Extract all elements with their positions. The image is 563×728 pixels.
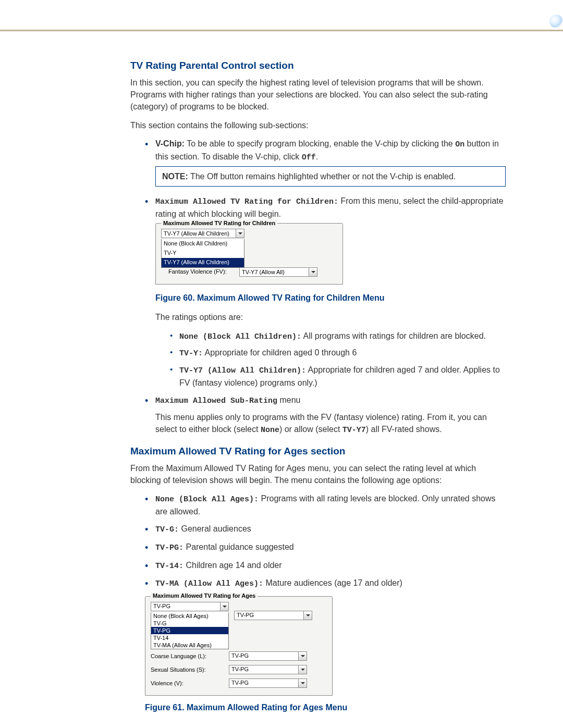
ages-b4-text: Children age 14 and older [183, 561, 282, 570]
figure-60-legend: Maximum Allowed TV Rating for Children [161, 219, 277, 228]
dropdown-arrow-icon[interactable] [309, 268, 317, 276]
page-top-rule [0, 0, 563, 31]
ages-b4-label: TV-14: [155, 562, 183, 571]
code-off: Off [302, 153, 316, 162]
ratings-options-list: None (Block All Children): All programs … [155, 330, 506, 389]
ages-b3: TV-PG: Parental guidance suggested [145, 541, 506, 554]
max-subrating-suffix: menu [277, 396, 300, 404]
dropdown-arrow-icon[interactable] [298, 652, 307, 660]
ages-b1: None (Block All Ages): Programs with all… [145, 492, 506, 517]
vchip-label: V-Chip: [155, 139, 185, 148]
ages-b3-label: TV-PG: [155, 544, 183, 552]
figure-60: Maximum Allowed TV Rating for Children T… [155, 223, 343, 285]
list-item[interactable]: None (Block All Children) [162, 239, 244, 249]
vchip-period: . [316, 152, 318, 161]
row-label: Sexual Situations (S): [151, 667, 224, 673]
figure-61-legend: Maximum Allowed TV Rating for Ages [151, 593, 258, 599]
children-rating-listbox[interactable]: None (Block All Children) TV-Y TV-Y7 (Al… [161, 239, 244, 268]
ages-b2-text: General audiences [179, 524, 251, 533]
maxsub-none: None [261, 426, 279, 435]
page-content: TV Rating Parental Control section In th… [0, 31, 563, 728]
ages-rating-value: TV-PG [151, 602, 220, 611]
note-label: NOTE: [162, 172, 188, 181]
ages-b2: TV-G: General audiences [145, 523, 506, 536]
list-item[interactable]: TV-Y [162, 249, 244, 258]
dropdown-arrow-icon[interactable] [236, 229, 244, 238]
row-label: Coarse Language (L): [151, 653, 224, 659]
bullet-max-subrating: Maximum Allowed Sub-Rating menu This men… [145, 394, 506, 436]
intro-paragraph-2: This section contains the following sub-… [130, 119, 506, 131]
ages-b5: TV-MA (Allow All Ages): Mature audiences… [145, 577, 506, 590]
subrating-value: TV-PG [229, 679, 298, 687]
bullet-vchip: V-Chip: To be able to specify program bl… [145, 138, 506, 187]
max-subrating-para: This menu applies only to programs with … [155, 411, 506, 436]
note-box: NOTE: The Off button remains highlighted… [155, 166, 506, 187]
ages-intro: From the Maximum Allowed TV Rating for A… [130, 462, 506, 486]
figure-60-caption: Figure 60. Maximum Allowed TV Rating for… [155, 292, 506, 304]
ages-rating-select[interactable]: TV-PG [151, 602, 229, 611]
note-text: The Off button remains highlighted wheth… [188, 172, 456, 181]
vchip-text1: To be able to specify program blocking, … [185, 139, 455, 148]
children-rating-select[interactable]: TV-Y7 (Allow All Children) [161, 229, 244, 238]
ages-b5-text: Mature audiences (age 17 and older) [263, 578, 402, 587]
subrating-row: Sexual Situations (S): TV-PG [151, 665, 327, 674]
opt-tvy7-label: TV-Y7 (Allow All Children): [179, 366, 306, 375]
dropdown-arrow-icon[interactable] [303, 611, 312, 620]
row-label: Violence (V): [151, 680, 224, 686]
hidden-subrating-select[interactable]: TV-PG [234, 611, 312, 620]
subrating-value: TV-PG [229, 665, 298, 674]
subrating-row: Violence (V): TV-PG [151, 678, 327, 688]
ages-bullet-list: None (Block All Ages): Programs with all… [130, 492, 506, 590]
dropdown-arrow-icon[interactable] [298, 679, 307, 687]
ages-b2-label: TV-G: [155, 525, 179, 534]
ratings-intro: The ratings options are: [155, 311, 506, 323]
opt-none: None (Block All Children): All programs … [170, 330, 506, 343]
fv-row-label: Fantasy Violence (FV): [161, 268, 234, 276]
max-children-label: Maximum Allowed TV Rating for Children: [155, 198, 338, 206]
max-subrating-label: Maximum Allowed Sub-Rating [155, 397, 277, 405]
vchip-bullet-list: V-Chip: To be able to specify program bl… [130, 138, 506, 436]
opt-none-label: None (Block All Children): [179, 332, 301, 341]
hidden-subrating-value: TV-PG [235, 611, 303, 620]
opt-tvy-label: TV-Y: [179, 349, 203, 358]
opt-tvy-text: Appropriate for children aged 0 through … [203, 348, 357, 357]
fv-value: TV-Y7 (Allow All) [240, 268, 309, 276]
maxsub-tvy7: TV-Y7 [342, 426, 366, 435]
ages-b3-text: Parental guidance suggested [183, 542, 294, 551]
subrating-select[interactable]: TV-PG [229, 665, 307, 674]
opt-none-text: All programs with ratings for children a… [301, 331, 486, 340]
subrating-row: Coarse Language (L): TV-PG [151, 651, 327, 661]
fv-select[interactable]: TV-Y7 (Allow All) [239, 267, 317, 277]
maxsub-t2: ) or allow (select [279, 425, 342, 434]
intro-paragraph-1: In this section, you can specify the hig… [130, 77, 506, 113]
ages-b1-label: None (Block All Ages): [155, 495, 259, 504]
subrating-value: TV-PG [229, 652, 298, 660]
section-heading-ages: Maximum Allowed TV Rating for Ages secti… [130, 446, 506, 457]
opt-tvy7: TV-Y7 (Allow All Children): Appropriate … [170, 364, 506, 389]
bullet-max-children: Maximum Allowed TV Rating for Children: … [145, 195, 506, 389]
dropdown-arrow-icon[interactable] [298, 665, 307, 674]
children-rating-value: TV-Y7 (Allow All Children) [162, 229, 236, 238]
dropdown-arrow-icon[interactable] [220, 602, 228, 611]
ages-b4: TV-14: Children age 14 and older [145, 559, 506, 572]
list-item[interactable]: TV-Y7 (Allow All Children) [162, 258, 244, 267]
code-on: On [455, 140, 464, 149]
list-item[interactable]: None (Block All Ages) [151, 612, 228, 620]
maxsub-t3: ) all FV-rated shows. [366, 425, 442, 434]
opt-tvy: TV-Y: Appropriate for children aged 0 th… [170, 347, 506, 360]
section-heading-tv-rating: TV Rating Parental Control section [130, 60, 506, 71]
figure-61: Maximum Allowed TV Rating for Ages TV-PG… [145, 596, 333, 696]
figure-61-caption: Figure 61. Maximum Allowed Rating for Ag… [145, 703, 506, 712]
ages-b5-label: TV-MA (Allow All Ages): [155, 579, 263, 588]
subrating-select[interactable]: TV-PG [229, 651, 307, 661]
subrating-select[interactable]: TV-PG [229, 678, 307, 688]
